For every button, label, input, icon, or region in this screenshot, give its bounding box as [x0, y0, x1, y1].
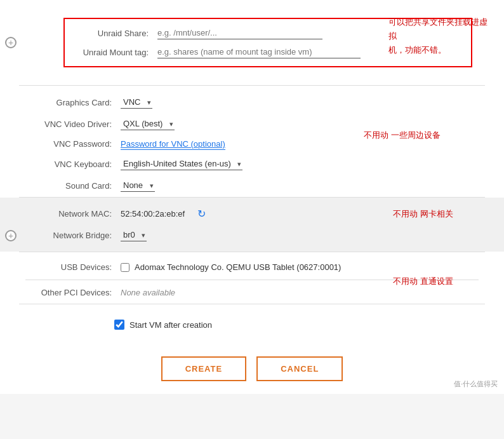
vnc-driver-row: VNC Video Driver: QXL (best) — [25, 118, 479, 130]
graphics-card-control: VNC — [121, 96, 479, 109]
mac-address-value: 52:54:00:2a:eb:ef — [121, 209, 185, 219]
network-section: + Network MAC: 52:54:00:2a:eb:ef ↻ 不用动 网… — [0, 198, 504, 252]
none-available-text: None available — [121, 288, 175, 297]
graphics-section: Graphics Card: VNC VNC Video Driver: QXL… — [0, 86, 504, 197]
graphics-card-select[interactable]: VNC — [121, 96, 152, 109]
graphics-card-select-wrap: VNC — [121, 96, 152, 109]
vnc-keyboard-select[interactable]: English-United States (en-us) — [121, 158, 242, 170]
page-container: + Unraid Share: Unraid Mount tag: 可以把共享文… — [0, 0, 504, 394]
network-bridge-label: Network Bridge: — [25, 231, 121, 240]
start-vm-checkbox[interactable] — [114, 320, 124, 330]
usb-devices-control: Adomax Technology Co. QEMU USB Tablet (0… — [121, 262, 479, 272]
add-icon[interactable]: + — [5, 37, 17, 48]
usb-device-checkbox[interactable] — [121, 263, 129, 272]
other-pci-row: Other PCI Devices: None available — [25, 288, 479, 297]
other-pci-label: Other PCI Devices: — [25, 288, 121, 297]
network-bridge-select-wrap: br0 — [121, 229, 147, 241]
vnc-keyboard-label: VNC Keyboard: — [25, 159, 121, 169]
sound-card-row: Sound Card: None — [25, 179, 479, 192]
network-bridge-select[interactable]: br0 — [121, 229, 147, 241]
passthrough-annotation: 不用动 直通设置 — [393, 275, 453, 288]
unraid-annotation: 可以把共享文件夹挂载进虚拟机，功能不错。 — [388, 15, 490, 57]
refresh-icon[interactable]: ↻ — [197, 208, 206, 220]
vnc-keyboard-control: English-United States (en-us) — [121, 158, 479, 170]
network-mac-label: Network MAC: — [25, 209, 121, 219]
other-pci-control: None available — [121, 288, 479, 297]
usb-device-name: Adomax Technology Co. QEMU USB Tablet (0… — [135, 262, 341, 272]
unraid-mount-input[interactable] — [157, 46, 361, 58]
usb-device-checkbox-label: Adomax Technology Co. QEMU USB Tablet (0… — [121, 262, 479, 272]
vnc-password-link[interactable]: Password for VNC (optional) — [121, 139, 225, 150]
watermark: 值·什么值得买 — [454, 379, 498, 389]
start-vm-label: Start VM after creation — [129, 320, 212, 330]
create-button[interactable]: CREATE — [161, 356, 246, 381]
sound-card-select[interactable]: None — [121, 179, 155, 192]
add-network-icon[interactable]: + — [5, 230, 17, 241]
peripherals-annotation: 不用动 一些周边设备 — [364, 129, 441, 142]
vnc-keyboard-row: VNC Keyboard: English-United States (en-… — [25, 158, 479, 170]
usb-pci-section: USB Devices: Adomax Technology Co. QEMU … — [0, 252, 504, 304]
vnc-keyboard-select-wrap: English-United States (en-us) — [121, 158, 242, 170]
cancel-button[interactable]: CANCEL — [256, 356, 343, 381]
sound-card-select-wrap: None — [121, 179, 155, 192]
graphics-card-row: Graphics Card: VNC — [25, 96, 479, 109]
graphics-card-label: Graphics Card: — [25, 98, 121, 107]
network-bridge-row: Network Bridge: br0 — [25, 229, 479, 241]
vnc-driver-control: QXL (best) — [121, 118, 479, 130]
vnc-password-label: VNC Password: — [25, 139, 121, 149]
vnc-driver-select-wrap: QXL (best) — [121, 118, 175, 130]
vnc-driver-select[interactable]: QXL (best) — [121, 118, 175, 130]
unraid-share-label: Unraid Share: — [75, 29, 157, 38]
bottom-buttons: CREATE CANCEL — [0, 345, 504, 394]
start-vm-section: Start VM after creation — [0, 304, 504, 345]
unraid-mount-label: Unraid Mount tag: — [75, 48, 157, 57]
vnc-driver-label: VNC Video Driver: — [25, 119, 121, 129]
network-bridge-control: br0 — [121, 229, 479, 241]
start-vm-row: Start VM after creation — [114, 320, 491, 330]
network-annotation: 不用动 网卡相关 — [393, 208, 453, 220]
sound-card-label: Sound Card: — [25, 181, 121, 191]
sound-card-control: None — [121, 179, 479, 192]
unraid-share-input[interactable] — [157, 27, 322, 39]
unraid-section-wrapper: + Unraid Share: Unraid Mount tag: 可以把共享文… — [0, 0, 504, 85]
usb-devices-label: USB Devices: — [25, 262, 121, 272]
